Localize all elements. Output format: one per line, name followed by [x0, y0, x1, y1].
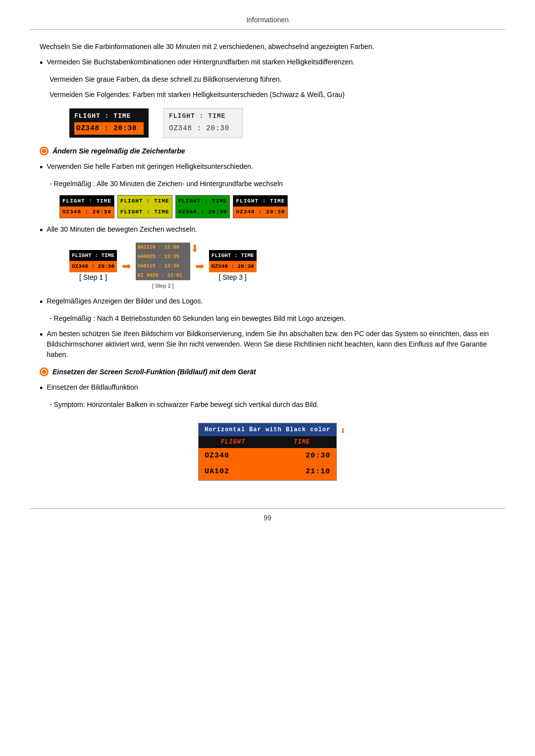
bullet-text-4: Regelmäßiges Anzeigen der Bilder und des…: [47, 296, 495, 306]
final-display-header: Horizontal Bar with Black color ⬇: [199, 423, 336, 436]
arrow-icon-2: ➡: [195, 258, 204, 274]
color-box-1-data: OZ348 : 20:30: [60, 206, 114, 218]
sub-note-4-text: - Regelmäßig : Nach 4 Betriebsstunden 60…: [50, 313, 495, 324]
sub-note-1-text: Vermeiden Sie graue Farben, da diese sch…: [50, 74, 495, 85]
bullet-text-3: Alle 30 Minuten die bewegten Zeichen wec…: [47, 224, 495, 235]
final-row2-flight: UA102: [199, 464, 268, 480]
page-footer: 99: [30, 508, 505, 523]
color-box-2: FLIGHT : TIME FLIGHT : TIME: [117, 195, 172, 218]
color-box-3-header: FLIGHT : TIME: [176, 196, 230, 207]
color-box-2-header: FLIGHT : TIME: [118, 196, 172, 207]
final-data-row-2: UA102 21:10: [199, 464, 336, 480]
section-heading-1: Ändern Sie regelmäßig die Zeichenfarbe: [40, 146, 495, 156]
final-data-row-1: OZ348 20:30: [199, 448, 336, 464]
color-box-4: FLIGHT : TIME OZ348 : 20:30: [233, 195, 288, 218]
color-box-4-header: FLIGHT : TIME: [233, 196, 287, 207]
content-area: Wechseln Sie die Farbinformationen alle …: [30, 42, 505, 489]
flight-box-light-data: OZ348 : 20:30: [169, 122, 237, 135]
step1-data: OZ348 : 20:30: [69, 261, 117, 272]
bullet-dot-4: •: [40, 296, 43, 308]
flight-box-dark: FLIGHT : TIME OZ348 : 20:30: [69, 108, 149, 138]
step3-container: FLIGHT : TIME OZ348 : 20:30 [ Step 3 ]: [209, 250, 257, 283]
bullet-text-1: Vermeiden Sie Buchstabenkombinationen od…: [47, 57, 495, 67]
step3-header: FLIGHT : TIME: [209, 250, 257, 261]
color-box-3-data: OZ348 : 20:30: [176, 206, 230, 218]
page: Informationen Wechseln Sie die Farbinfor…: [0, 0, 535, 756]
final-time-label: TIME: [294, 439, 310, 446]
final-row2-time: 21:10: [268, 464, 336, 480]
step3-box: FLIGHT : TIME OZ348 : 20:30: [209, 250, 257, 272]
bullet-item-1: • Vermeiden Sie Buchstabenkombinationen …: [40, 57, 495, 69]
final-row1-flight: OZ348: [199, 448, 268, 464]
section-heading-text-1: Ändern Sie regelmäßig die Zeichenfarbe: [53, 146, 185, 156]
sub-note-2: Vermeiden Sie Folgendes: Farben mit star…: [50, 90, 495, 100]
sub-note-5: - Symptom: Horizontaler Balken in schwar…: [50, 400, 495, 410]
step2-label: [ Step 2 ]: [152, 280, 174, 290]
arrow-icon-1: ➡: [122, 258, 131, 274]
final-flight-label: FLIGHT: [221, 439, 245, 446]
bullet-dot-1: •: [40, 57, 43, 69]
flight-box-light-header: FLIGHT : TIME: [169, 111, 237, 121]
sub-note-4: - Regelmäßig : Nach 4 Betriebsstunden 60…: [50, 313, 495, 324]
color-box-2-data: FLIGHT : TIME: [118, 206, 172, 218]
step3-data: OZ348 : 20:30: [209, 261, 257, 272]
color-box-3: FLIGHT : TIME OZ348 : 20:30: [175, 195, 230, 218]
step1-label: [ Step 1 ]: [79, 272, 107, 283]
sub-note-2-text: Vermeiden Sie Folgendes: Farben mit star…: [50, 90, 495, 100]
step1-box: FLIGHT : TIME OZ348 : 20:30: [69, 250, 117, 272]
bullet-item-3: • Alle 30 Minuten die bewegten Zeichen w…: [40, 224, 495, 237]
flight-box-dark-header: FLIGHT : TIME: [74, 111, 144, 121]
bullet-item-6: • Einsetzen der Bildlauffunktion: [40, 382, 495, 395]
step-row: FLIGHT : TIME OZ348 : 20:30 [ Step 1 ] ➡…: [69, 243, 495, 290]
step1-container: FLIGHT : TIME OZ348 : 20:30 [ Step 1 ]: [69, 250, 117, 283]
bullet-dot-5: •: [40, 329, 43, 341]
final-sub-col-flight: FLIGHT: [199, 436, 268, 448]
flight-box-dark-data: OZ348 : 20:30: [74, 122, 144, 135]
final-down-arrow-icon: ⬇: [340, 424, 346, 439]
step2-box-wrapper: BA1210 : 12:00 AA0025 : 13:35 UA0119 : 1…: [136, 243, 190, 280]
bullet-text-6: Einsetzen der Bildlauffunktion: [47, 382, 495, 393]
bullet-dot-2: •: [40, 161, 43, 174]
step2-box: BA1210 : 12:00 AA0025 : 13:35 UA0119 : 1…: [136, 243, 190, 280]
bullet-dot-6: •: [40, 382, 43, 395]
page-header: Informationen: [30, 15, 505, 30]
bullet-dot-3: •: [40, 224, 43, 237]
final-sub-header-row: FLIGHT TIME: [199, 436, 336, 448]
orange-circle-icon-2: [40, 367, 49, 376]
bullet-text-2: Verwenden Sie helle Farben mit geringen …: [47, 161, 495, 172]
page-number: 99: [264, 514, 271, 522]
bullet-text-5: Am besten schützen Sie Ihren Bildschirm …: [47, 329, 495, 360]
final-header-text: Horizontal Bar with Black color: [205, 426, 330, 433]
step3-label: [ Step 3 ]: [219, 272, 247, 283]
step2-row3: UA0119 : 13:50: [136, 261, 190, 271]
color-box-1-header: FLIGHT : TIME: [60, 196, 114, 207]
orange-circle-icon-1: [40, 147, 49, 155]
step1-header: FLIGHT : TIME: [69, 250, 117, 261]
color-box-4-data: OZ348 : 20:30: [233, 206, 287, 218]
intro-paragraph: Wechseln Sie die Farbinformationen alle …: [40, 42, 495, 52]
sub-note-1: Vermeiden Sie graue Farben, da diese sch…: [50, 74, 495, 85]
bullet-item-4: • Regelmäßiges Anzeigen der Bilder und d…: [40, 296, 495, 308]
step2-row1: BA1210 : 12:00: [136, 243, 190, 252]
bullet-item-2: • Verwenden Sie helle Farben mit geringe…: [40, 161, 495, 174]
step2-container: BA1210 : 12:00 AA0025 : 13:35 UA0119 : 1…: [136, 243, 190, 290]
down-arrow-icon: ⬇: [191, 244, 199, 253]
section-heading-2: Einsetzen der Screen Scroll-Funktion (Bi…: [40, 367, 495, 377]
step2-row2: AA0025 : 13:35: [136, 252, 190, 261]
final-row1-time: 20:30: [268, 448, 336, 464]
step2-row4: KI 0428 : 13:61: [136, 271, 190, 280]
flight-demo-row: FLIGHT : TIME OZ348 : 20:30 FLIGHT : TIM…: [69, 108, 495, 138]
final-display-wrapper: Horizontal Bar with Black color ⬇ FLIGHT…: [40, 415, 495, 489]
final-display: Horizontal Bar with Black color ⬇ FLIGHT…: [198, 423, 337, 481]
flight-box-light: FLIGHT : TIME OZ348 : 20:30: [163, 108, 243, 138]
bullet-item-5: • Am besten schützen Sie Ihren Bildschir…: [40, 329, 495, 360]
section-heading-text-2: Einsetzen der Screen Scroll-Funktion (Bi…: [53, 367, 256, 377]
sub-note-5-text: - Symptom: Horizontaler Balken in schwar…: [50, 400, 495, 410]
color-box-1: FLIGHT : TIME OZ348 : 20:30: [59, 195, 114, 218]
multi-flight-row: FLIGHT : TIME OZ348 : 20:30 FLIGHT : TIM…: [59, 195, 495, 218]
page-title: Informationen: [246, 16, 289, 24]
final-sub-col-time: TIME: [268, 436, 336, 448]
sub-note-3-text: - Regelmäßig : Alle 30 Minuten die Zeich…: [50, 179, 495, 189]
sub-note-3: - Regelmäßig : Alle 30 Minuten die Zeich…: [50, 179, 495, 189]
